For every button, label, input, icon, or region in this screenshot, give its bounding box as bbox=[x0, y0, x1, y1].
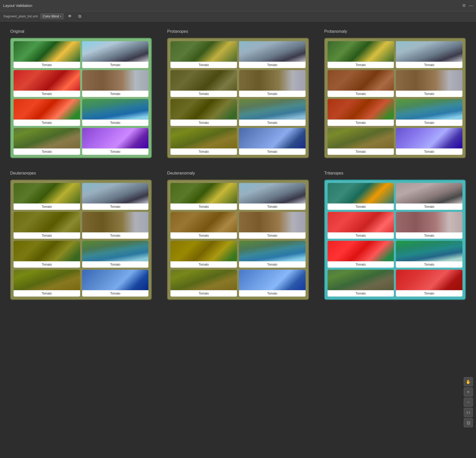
image-card: Tomato bbox=[170, 99, 237, 126]
minimize-icon[interactable]: — bbox=[469, 3, 473, 8]
panel-grid-protanomaly: TomatoTomatoTomatoTomatoTomatoTomatoToma… bbox=[324, 38, 466, 158]
image-card: Tomato bbox=[396, 128, 462, 155]
hand-tool-button[interactable]: ✋ bbox=[464, 377, 473, 386]
copy-icon: ⧉ bbox=[78, 14, 81, 19]
card-image-img-flower-deu bbox=[14, 241, 80, 261]
card-label: Tomato bbox=[14, 203, 80, 210]
card-label: Tomato bbox=[82, 203, 149, 210]
image-card: Tomato bbox=[396, 241, 462, 268]
card-label: Tomato bbox=[82, 119, 149, 126]
zoom-out-button[interactable]: − bbox=[464, 398, 473, 407]
card-label: Tomato bbox=[396, 232, 462, 239]
settings-icon[interactable]: ⚙ bbox=[462, 3, 466, 8]
card-image-img-redleaves-deu bbox=[14, 212, 80, 232]
card-label: Tomato bbox=[239, 148, 306, 155]
color-blind-dropdown[interactable]: Color Blind ▾ bbox=[40, 13, 64, 19]
image-card: Tomato bbox=[82, 99, 149, 126]
fit-icon: ⊡ bbox=[467, 420, 470, 425]
copy-button[interactable]: ⧉ bbox=[76, 13, 83, 20]
card-image-img-flower-pro bbox=[170, 99, 237, 119]
image-card: Tomato bbox=[328, 70, 394, 97]
image-card: Tomato bbox=[328, 212, 394, 239]
card-image-img-redleaves-tri bbox=[328, 212, 394, 232]
card-image-img-coast-pro bbox=[239, 99, 306, 119]
card-image-img-flower-orig bbox=[14, 99, 80, 119]
titlebar-left: Layout Validation bbox=[3, 3, 32, 8]
card-label: Tomato bbox=[170, 290, 237, 297]
chevron-down-icon: ▾ bbox=[60, 15, 61, 18]
app-title: Layout Validation bbox=[3, 3, 32, 8]
card-image-img-butterfly-pro bbox=[170, 41, 237, 62]
image-card: Tomato bbox=[170, 270, 237, 297]
card-label: Tomato bbox=[14, 232, 80, 239]
image-card: Tomato bbox=[328, 41, 394, 68]
card-image-img-butterfly-orig bbox=[14, 41, 80, 62]
image-card: Tomato bbox=[239, 183, 306, 210]
image-card: Tomato bbox=[14, 41, 80, 68]
fit-button[interactable]: ⊡ bbox=[464, 418, 473, 427]
image-card: Tomato bbox=[328, 99, 394, 126]
card-image-img-purple-tri bbox=[396, 270, 462, 290]
card-image-img-butterfly-deu bbox=[14, 183, 80, 203]
card-image-img-telescope-dea bbox=[239, 183, 306, 203]
card-label: Tomato bbox=[239, 91, 306, 97]
card-image-img-butterfly-dea bbox=[170, 183, 237, 203]
panel-grid-protanopes: TomatoTomatoTomatoTomatoTomatoTomatoToma… bbox=[167, 38, 309, 158]
card-image-img-field-dea bbox=[170, 270, 237, 290]
card-label: Tomato bbox=[328, 91, 394, 97]
card-label: Tomato bbox=[396, 119, 462, 126]
image-card: Tomato bbox=[239, 99, 306, 126]
image-card: Tomato bbox=[170, 212, 237, 239]
image-card: Tomato bbox=[14, 70, 80, 97]
image-card: Tomato bbox=[82, 212, 149, 239]
card-image-img-twig-dea bbox=[239, 212, 306, 232]
card-image-img-purple-orig bbox=[82, 128, 149, 148]
card-label: Tomato bbox=[14, 148, 80, 155]
image-card: Tomato bbox=[82, 41, 149, 68]
panel-protanomaly: ProtanomalyTomatoTomatoTomatoTomatoTomat… bbox=[324, 29, 466, 158]
card-label: Tomato bbox=[239, 232, 306, 239]
image-card: Tomato bbox=[170, 41, 237, 68]
card-image-img-telescope-pra bbox=[396, 41, 462, 62]
card-label: Tomato bbox=[82, 91, 149, 97]
card-label: Tomato bbox=[170, 119, 237, 126]
card-label: Tomato bbox=[170, 148, 237, 155]
card-label: Tomato bbox=[170, 91, 237, 97]
card-label: Tomato bbox=[328, 232, 394, 239]
plus-icon: + bbox=[467, 390, 469, 394]
image-card: Tomato bbox=[82, 183, 149, 210]
card-label: Tomato bbox=[82, 261, 149, 268]
card-label: Tomato bbox=[328, 203, 394, 210]
ratio-button[interactable]: 1:1 bbox=[464, 408, 473, 417]
image-card: Tomato bbox=[396, 70, 462, 97]
image-card: Tomato bbox=[14, 212, 80, 239]
card-image-img-coast-deu bbox=[82, 241, 149, 261]
card-image-img-telescope-orig bbox=[82, 41, 149, 62]
card-image-img-butterfly-pra bbox=[328, 41, 394, 62]
right-toolbar: ✋ + − 1:1 ⊡ bbox=[464, 377, 473, 427]
card-label: Tomato bbox=[14, 91, 80, 97]
image-card: Tomato bbox=[396, 41, 462, 68]
image-card: Tomato bbox=[396, 212, 462, 239]
image-card: Tomato bbox=[14, 183, 80, 210]
hand-icon: ✋ bbox=[466, 379, 471, 384]
panel-title-original: Original bbox=[10, 29, 152, 34]
card-label: Tomato bbox=[396, 148, 462, 155]
card-label: Tomato bbox=[170, 203, 237, 210]
card-label: Tomato bbox=[170, 261, 237, 268]
card-image-img-redleaves-pra bbox=[328, 70, 394, 91]
card-label: Tomato bbox=[170, 232, 237, 239]
image-card: Tomato bbox=[82, 270, 149, 297]
card-label: Tomato bbox=[14, 119, 80, 126]
zoom-in-button[interactable]: + bbox=[464, 387, 473, 397]
image-card: Tomato bbox=[239, 70, 306, 97]
image-card: Tomato bbox=[14, 270, 80, 297]
panel-title-protanomaly: Protanomaly bbox=[324, 29, 466, 34]
card-image-img-telescope-pro bbox=[239, 41, 306, 62]
panel-deuteranomaly: DeuteranomalyTomatoTomatoTomatoTomatoTom… bbox=[167, 171, 309, 300]
eye-button[interactable]: 👁 bbox=[66, 13, 73, 20]
image-card: Tomato bbox=[239, 128, 306, 155]
card-image-img-field-pro bbox=[170, 128, 237, 148]
card-label: Tomato bbox=[328, 290, 394, 297]
panel-title-tritanopes: Tritanopes bbox=[324, 171, 466, 176]
